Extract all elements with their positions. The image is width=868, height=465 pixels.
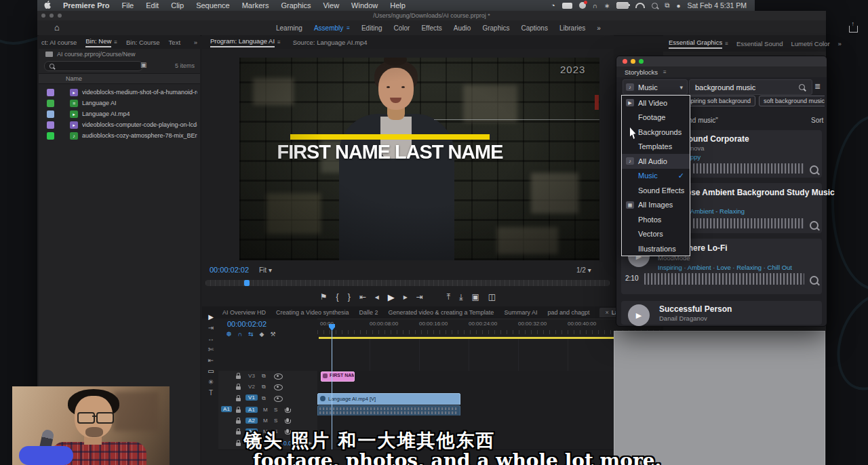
menu-item-vectors[interactable]: Vectors [622, 227, 690, 242]
project-row[interactable]: ≡ Language AI [39, 98, 200, 108]
play-button[interactable]: ▶ [628, 304, 650, 326]
project-tabs-overflow-icon[interactable]: » [194, 39, 197, 46]
track-title[interactable]: Successful Person [659, 304, 732, 314]
menu-item-templates[interactable]: Templates [622, 140, 690, 155]
essential-graphics-menu-icon[interactable]: ≡ [725, 41, 728, 47]
solo-button[interactable]: S [274, 407, 277, 413]
tab-text[interactable]: Text [169, 39, 180, 46]
track-output-eye-icon[interactable] [274, 384, 283, 390]
spotlight-search-icon[interactable] [652, 3, 658, 9]
workspace-tab-graphics[interactable]: Graphics [482, 24, 509, 32]
comparison-view-icon[interactable]: ◫ [488, 293, 496, 301]
track-select-tool-icon[interactable]: ⇥ [208, 324, 214, 331]
workspace-tab-learning[interactable]: Learning [276, 24, 302, 32]
window-minimize-icon[interactable] [631, 59, 635, 64]
workspace-tab-effects[interactable]: Effects [421, 24, 441, 32]
workspace-tab-captions[interactable]: Captions [521, 24, 547, 32]
tab-bin-course[interactable]: Bin: Course [126, 39, 160, 46]
workspace-overflow-icon[interactable]: » [597, 24, 601, 32]
menu-file[interactable]: File [121, 1, 134, 9]
sync-lock-icon[interactable]: ⧉ [262, 373, 266, 380]
wifi-icon[interactable] [635, 3, 645, 8]
toggle-icon[interactable]: ◔ [551, 1, 555, 9]
tab-sequence-3[interactable]: Generated video & creating a Template [388, 309, 494, 316]
bluetooth-icon[interactable]: ∗ [604, 2, 610, 9]
graphic-clip[interactable]: FIRST NAME [321, 371, 355, 382]
mute-button[interactable]: M [263, 418, 268, 424]
selection-tool-icon[interactable]: ▶ [208, 313, 214, 321]
extract-icon[interactable]: ⤓ [459, 293, 462, 301]
project-row[interactable]: ♪ audioblocks-cozy-atmosphere-78-mix_BEr… [39, 130, 200, 141]
window-titlebar[interactable]: /Users/ngung/Downloads/AI course.prproj … [37, 11, 826, 20]
battery-icon[interactable] [616, 2, 629, 9]
label-color-swatch[interactable] [47, 100, 54, 107]
menu-app-name[interactable]: Premiere Pro [63, 1, 109, 9]
find-similar-icon[interactable] [810, 276, 818, 285]
program-scrubber[interactable] [205, 280, 610, 286]
snap-magnet-icon[interactable]: ∩ [238, 331, 243, 338]
menu-item-footage[interactable]: Footage [622, 110, 690, 125]
menu-sequence[interactable]: Sequence [196, 1, 230, 9]
mute-button[interactable]: M [263, 407, 268, 413]
razor-tool-icon[interactable]: ✄ [208, 346, 214, 353]
tab-project-ai-course[interactable]: ct: AI course [41, 39, 77, 46]
mark-in-icon[interactable]: { [336, 293, 339, 301]
track-v1-content[interactable]: Language AI.mp4 [V] [317, 392, 661, 405]
menu-item-sound-effects[interactable]: Sound Effects [622, 183, 690, 198]
ripple-edit-tool-icon[interactable]: ↔ [208, 335, 214, 342]
menu-clip[interactable]: Clip [171, 1, 184, 9]
video-clip[interactable]: Language AI.mp4 [V] [317, 393, 460, 405]
menu-markers[interactable]: Markers [242, 1, 269, 9]
fit-dropdown[interactable]: Fit ▾ [259, 266, 272, 274]
workspace-tab-libraries[interactable]: Libraries [559, 24, 585, 32]
bin-new-panel-menu-icon[interactable]: ≡ [114, 39, 117, 45]
tab-sequence-5[interactable]: pad and chagpt [547, 309, 589, 316]
tab-sequence-0[interactable]: AI Overview HD [222, 309, 266, 316]
project-list-header[interactable]: Name [39, 73, 200, 84]
export-frame-icon[interactable]: ▣ [471, 293, 479, 301]
display-badge-icon[interactable] [562, 3, 572, 9]
workspace-tab-editing[interactable]: Editing [361, 24, 382, 32]
control-center-icon[interactable]: ⧉ [665, 1, 669, 9]
pen-rect-tool-icon[interactable]: ▭ [208, 367, 214, 375]
track-name-v1[interactable]: V1 [245, 395, 258, 401]
tab-essential-sound[interactable]: Essential Sound [736, 40, 783, 47]
track-lock-icon[interactable] [236, 420, 241, 424]
track-name-a1[interactable]: A1 [245, 407, 258, 413]
label-color-swatch[interactable] [47, 110, 54, 118]
track-name-v3[interactable]: V3 [245, 373, 258, 379]
tab-sequence-1[interactable]: Creating a Video synthesia [276, 309, 349, 316]
workspace-tab-color[interactable]: Color [394, 24, 410, 32]
tab-lumetri-color[interactable]: Lumetri Color [791, 40, 830, 47]
voiceover-mic-icon[interactable] [286, 407, 289, 411]
hand-tool-icon[interactable]: ✳ [208, 378, 214, 386]
headphones-icon[interactable]: ∩ [593, 2, 597, 9]
column-header-name[interactable]: Name [66, 75, 82, 82]
project-row[interactable]: ▸ videoblocks-medium-shot-of-a-humanoid-… [39, 87, 200, 98]
goto-in-icon[interactable]: ⇤ [359, 293, 366, 301]
project-row[interactable]: ▸ Language AI.mp4 [39, 108, 200, 119]
find-similar-icon[interactable] [810, 221, 818, 230]
mark-out-icon[interactable]: } [348, 293, 351, 301]
nest-toggle-icon[interactable]: ❆ [226, 331, 232, 338]
goto-out-icon[interactable]: ⇥ [416, 293, 423, 301]
label-color-swatch[interactable] [47, 132, 54, 140]
color-wheel-icon[interactable] [579, 2, 586, 9]
sync-lock-icon[interactable]: ⧉ [262, 395, 266, 402]
track-lock-icon[interactable] [236, 376, 241, 379]
window-close-icon[interactable] [623, 59, 627, 64]
siri-icon[interactable]: ● [676, 2, 680, 9]
track-v2-content[interactable] [317, 382, 661, 393]
type-tool-icon[interactable]: T [209, 389, 213, 397]
slip-tool-icon[interactable]: ⇤ [208, 357, 214, 364]
tab-storyblocks[interactable]: Storyblocks [625, 68, 658, 76]
sort-control[interactable]: Sort [811, 117, 823, 124]
menu-item-illustrations[interactable]: Illustrations [622, 241, 690, 256]
workspace-assembly-menu-icon[interactable]: ≡ [347, 25, 350, 31]
timeline-timecode[interactable]: 00:00:02:02 [227, 320, 267, 328]
media-type-select[interactable]: ♪ Music ▾ [623, 79, 688, 95]
lift-icon[interactable]: ⤒ [447, 293, 450, 301]
tab-source[interactable]: Source: Language AI.mp4 [293, 39, 368, 46]
menu-item-all-images[interactable]: ▦All Images [622, 198, 690, 213]
track-lock-icon[interactable] [236, 398, 241, 401]
